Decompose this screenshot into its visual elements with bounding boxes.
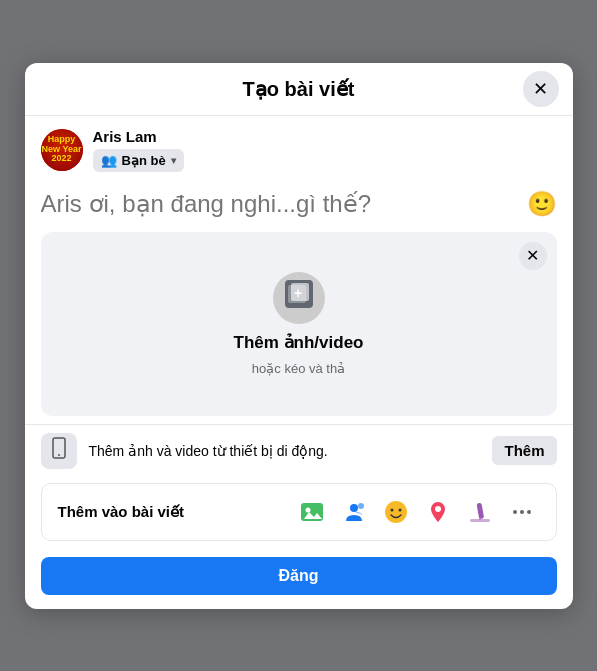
them-label: Thêm [504,442,544,459]
mobile-icon [41,433,77,469]
modal-title: Tạo bài viết [243,77,355,101]
friends-label: Bạn bè [122,153,166,168]
svg-point-12 [390,508,393,511]
add-to-post-label: Thêm vào bài viết [58,503,185,521]
drop-content: + Thêm ảnh/video hoặc kéo và thả [57,252,541,396]
emoji-button[interactable]: 🙂 [527,190,557,218]
add-to-post-bar: Thêm vào bài viết [41,483,557,541]
mobile-row: Thêm ảnh và video từ thiết bị di động. T… [25,424,573,477]
post-input[interactable] [41,184,519,224]
svg-point-10 [358,503,364,509]
tag-people-button[interactable] [336,494,372,530]
pen-button[interactable] [462,494,498,530]
close-icon: ✕ [533,78,548,100]
feeling-button[interactable] [378,494,414,530]
text-area-row: 🙂 [25,180,573,232]
svg-point-18 [513,510,517,514]
media-icon-wrap: + [273,272,325,324]
drop-subtitle: hoặc kéo và thả [252,361,345,376]
avatar: HappyNew Year2022 [41,129,83,171]
svg-point-5 [58,454,60,456]
mobile-text: Thêm ảnh và video từ thiết bị di động. [89,443,481,459]
svg-point-19 [520,510,524,514]
create-post-modal: Tạo bài viết ✕ HappyNew Year2022 Aris La… [25,63,573,609]
phone-icon [48,437,70,464]
close-button[interactable]: ✕ [523,71,559,107]
svg-point-7 [305,507,310,512]
user-name: Aris Lam [93,128,184,145]
them-button[interactable]: Thêm [492,436,556,465]
modal-header: Tạo bài viết ✕ [25,63,573,116]
post-label: Đăng [279,567,319,584]
drop-close-icon: ✕ [526,246,539,265]
add-media-icon: + [285,280,313,315]
svg-rect-16 [476,502,484,519]
more-options-button[interactable] [504,494,540,530]
svg-point-9 [350,504,358,512]
drop-title: Thêm ảnh/video [234,332,364,353]
avatar-text: HappyNew Year2022 [42,135,82,165]
user-row: HappyNew Year2022 Aris Lam 👥 Bạn bè ▾ [25,116,573,180]
add-icons-row [294,494,540,530]
svg-point-20 [527,510,531,514]
friends-icon: 👥 [101,153,117,168]
svg-text:+: + [294,285,302,301]
svg-point-14 [435,506,441,512]
media-drop-zone: ✕ + Thêm ảnh/video hoặc kéo và t [41,232,557,416]
drop-zone-close-button[interactable]: ✕ [519,242,547,270]
post-button[interactable]: Đăng [41,557,557,595]
svg-point-11 [385,501,407,523]
post-button-row: Đăng [25,549,573,609]
friends-button[interactable]: 👥 Bạn bè ▾ [93,149,184,172]
user-info: Aris Lam 👥 Bạn bè ▾ [93,128,184,172]
emoji-icon: 🙂 [527,190,557,217]
chevron-down-icon: ▾ [171,155,176,166]
checkin-button[interactable] [420,494,456,530]
svg-point-13 [398,508,401,511]
photo-video-button[interactable] [294,494,330,530]
